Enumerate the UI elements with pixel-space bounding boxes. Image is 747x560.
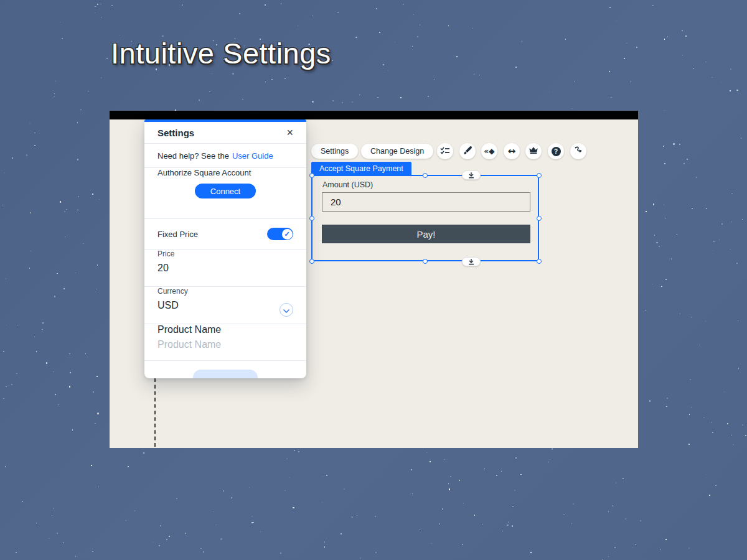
page-boundary-dashed-line [154,378,156,447]
widget-tab-label[interactable]: Accept Square Payment [311,162,411,175]
product-name-row: Product Name [144,324,306,361]
connector-icon [574,146,583,157]
stretch-icon: ↔ [508,147,516,156]
paintbrush-icon [463,146,472,157]
resize-handle-top-center[interactable] [423,173,428,178]
authorize-label: Authorize Square Account [157,168,293,177]
clipped-footer-button[interactable] [193,370,258,378]
editor-screenshot: Settings Change Design «◆ ↔ ? Accept Squ… [110,111,638,448]
product-name-input[interactable] [157,339,293,350]
upgrade-crown-icon [529,146,538,156]
paintbrush-icon-button[interactable] [459,143,476,159]
settings-button[interactable]: Settings [311,144,358,159]
connect-button[interactable]: Connect [195,184,256,198]
chevron-down-icon [283,304,289,315]
fixed-price-toggle[interactable]: ✓ [267,228,293,240]
change-design-button[interactable]: Change Design [361,144,433,159]
browser-top-bar [110,111,638,119]
help-icon-button[interactable]: ? [548,143,564,159]
resize-handle-middle-right[interactable] [537,216,542,221]
connector-icon-button[interactable] [570,143,586,159]
toggle-check-icon: ✓ [282,229,293,240]
stretch-to-top-handle[interactable] [462,170,481,180]
arrow-down-to-bar-icon [467,170,475,181]
animation-icon: «◆ [484,147,495,155]
product-name-label: Product Name [157,324,293,335]
fixed-price-row: Fixed Price ✓ [144,219,306,250]
currency-field[interactable]: USD [157,300,293,311]
resize-handle-bottom-center[interactable] [423,259,428,264]
price-label: Price [157,250,293,258]
price-field[interactable]: 20 [157,263,293,274]
upgrade-crown-icon-button[interactable] [525,143,542,159]
resize-handle-top-left[interactable] [309,173,314,178]
stretch-to-bottom-handle[interactable] [462,257,481,266]
close-icon[interactable]: × [286,127,293,138]
help-text: Need help? See the [157,151,229,161]
panel-footer [144,361,306,378]
resize-handle-middle-left[interactable] [309,216,314,221]
settings-panel-header: Settings × [144,122,306,144]
stretch-icon-button[interactable]: ↔ [504,143,520,159]
user-guide-link[interactable]: User Guide [232,151,273,161]
settings-panel: Settings × Need help? See the User Guide… [144,119,306,378]
amount-label: Amount (USD) [322,180,373,189]
currency-dropdown-button[interactable] [280,303,293,317]
help-row: Need help? See the User Guide [144,144,306,168]
resize-handle-bottom-right[interactable] [537,259,542,264]
resize-handle-top-right[interactable] [537,173,542,178]
animation-icon-button[interactable]: «◆ [481,143,497,159]
slide-title: Intuitive Settings [111,36,331,70]
amount-input[interactable]: 20 [322,192,530,212]
currency-label: Currency [157,287,293,296]
checklist-icon-button[interactable] [437,143,453,159]
pay-button[interactable]: Pay! [322,225,530,243]
currency-row: Currency USD [144,287,306,324]
panel-title: Settings [157,128,194,138]
resize-handle-bottom-left[interactable] [309,259,314,264]
checklist-icon [440,146,450,157]
fixed-price-label: Fixed Price [157,230,198,239]
help-icon: ? [552,147,561,156]
arrow-down-to-bar-icon [467,256,475,268]
price-row: Price 20 [144,250,306,287]
authorize-row: Authorize Square Account Connect [144,168,306,219]
